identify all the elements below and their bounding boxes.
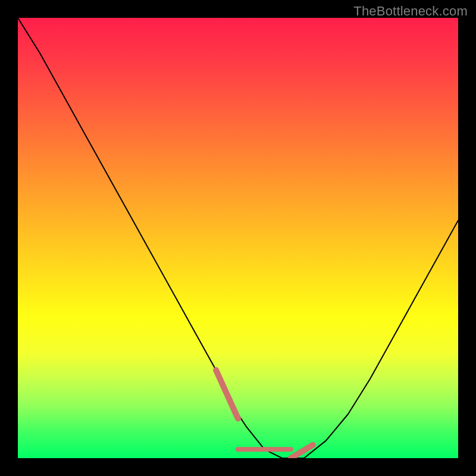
highlight-left-knee <box>216 370 238 418</box>
watermark-text: TheBottleneck.com <box>353 4 468 19</box>
bottleneck-curve <box>18 18 458 458</box>
highlight-right-knee <box>291 445 313 458</box>
curve-svg <box>18 18 458 458</box>
plot-area <box>18 18 458 458</box>
